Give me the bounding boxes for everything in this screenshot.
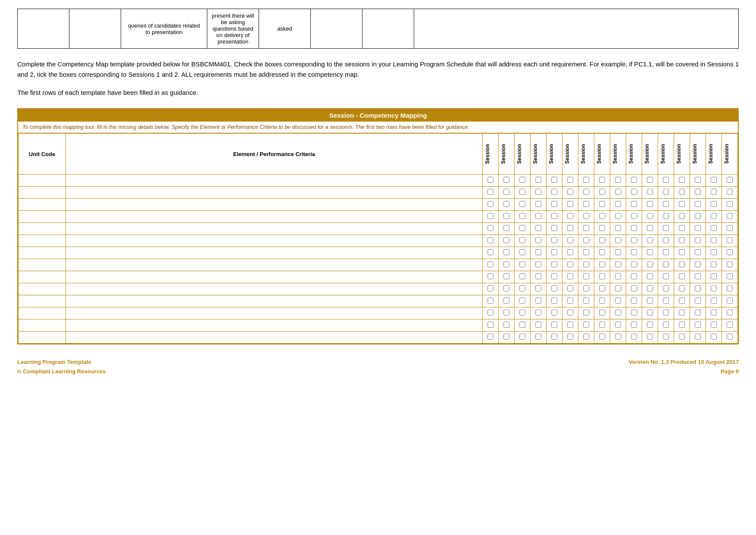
session-checkbox[interactable]: [567, 310, 573, 316]
session-checkbox[interactable]: [631, 322, 637, 328]
session-checkbox[interactable]: [711, 189, 717, 195]
check-cell[interactable]: [690, 199, 706, 211]
check-cell[interactable]: [547, 319, 562, 332]
session-checkbox[interactable]: [727, 273, 733, 279]
session-checkbox[interactable]: [551, 189, 557, 195]
session-checkbox[interactable]: [711, 261, 717, 267]
session-checkbox[interactable]: [567, 201, 573, 207]
session-checkbox[interactable]: [631, 213, 637, 219]
check-cell[interactable]: [483, 211, 499, 223]
check-cell[interactable]: [578, 271, 594, 283]
check-cell[interactable]: [642, 271, 658, 283]
check-cell[interactable]: [499, 332, 515, 344]
session-checkbox[interactable]: [583, 297, 589, 303]
session-checkbox[interactable]: [695, 310, 701, 316]
session-checkbox[interactable]: [711, 334, 717, 340]
session-checkbox[interactable]: [487, 177, 494, 183]
session-checkbox[interactable]: [487, 285, 494, 291]
check-cell[interactable]: [690, 187, 706, 199]
check-cell[interactable]: [706, 259, 722, 271]
check-cell[interactable]: [562, 271, 578, 283]
check-cell[interactable]: [547, 295, 562, 307]
check-cell[interactable]: [483, 271, 499, 283]
check-cell[interactable]: [610, 235, 626, 247]
check-cell[interactable]: [690, 211, 706, 223]
check-cell[interactable]: [483, 235, 499, 247]
session-checkbox[interactable]: [711, 225, 717, 231]
check-cell[interactable]: [722, 235, 738, 247]
check-cell[interactable]: [578, 307, 594, 319]
session-checkbox[interactable]: [567, 297, 573, 303]
session-checkbox[interactable]: [567, 225, 573, 231]
session-checkbox[interactable]: [599, 201, 605, 207]
check-cell[interactable]: [722, 211, 738, 223]
session-checkbox[interactable]: [551, 237, 557, 243]
session-checkbox[interactable]: [679, 249, 685, 255]
check-cell[interactable]: [594, 307, 610, 319]
check-cell[interactable]: [515, 223, 531, 235]
check-cell[interactable]: [706, 235, 722, 247]
session-checkbox[interactable]: [551, 261, 557, 267]
check-cell[interactable]: [499, 211, 515, 223]
session-checkbox[interactable]: [711, 310, 717, 316]
check-cell[interactable]: [562, 211, 578, 223]
session-checkbox[interactable]: [647, 177, 653, 183]
session-checkbox[interactable]: [679, 322, 685, 328]
session-checkbox[interactable]: [647, 273, 653, 279]
session-checkbox[interactable]: [599, 273, 605, 279]
check-cell[interactable]: [531, 223, 547, 235]
check-cell[interactable]: [531, 235, 547, 247]
check-cell[interactable]: [706, 295, 722, 307]
check-cell[interactable]: [531, 247, 547, 259]
check-cell[interactable]: [690, 247, 706, 259]
check-cell[interactable]: [626, 223, 642, 235]
session-checkbox[interactable]: [583, 273, 589, 279]
session-checkbox[interactable]: [631, 189, 637, 195]
session-checkbox[interactable]: [503, 201, 509, 207]
check-cell[interactable]: [674, 187, 690, 199]
check-cell[interactable]: [499, 283, 515, 295]
check-cell[interactable]: [658, 295, 674, 307]
check-cell[interactable]: [578, 235, 594, 247]
session-checkbox[interactable]: [679, 225, 685, 231]
check-cell[interactable]: [626, 307, 642, 319]
check-cell[interactable]: [642, 319, 658, 332]
check-cell[interactable]: [578, 295, 594, 307]
session-checkbox[interactable]: [599, 213, 605, 219]
session-checkbox[interactable]: [503, 297, 509, 303]
session-checkbox[interactable]: [583, 249, 589, 255]
session-checkbox[interactable]: [647, 261, 653, 267]
session-checkbox[interactable]: [631, 237, 637, 243]
session-checkbox[interactable]: [615, 261, 621, 267]
check-cell[interactable]: [562, 307, 578, 319]
session-checkbox[interactable]: [711, 177, 717, 183]
session-checkbox[interactable]: [583, 237, 589, 243]
session-checkbox[interactable]: [535, 273, 541, 279]
check-cell[interactable]: [706, 271, 722, 283]
session-checkbox[interactable]: [695, 201, 701, 207]
check-cell[interactable]: [690, 235, 706, 247]
session-checkbox[interactable]: [503, 310, 509, 316]
session-checkbox[interactable]: [631, 273, 637, 279]
session-checkbox[interactable]: [583, 189, 589, 195]
session-checkbox[interactable]: [519, 322, 525, 328]
session-checkbox[interactable]: [599, 285, 605, 291]
check-cell[interactable]: [642, 247, 658, 259]
check-cell[interactable]: [690, 295, 706, 307]
session-checkbox[interactable]: [535, 322, 541, 328]
session-checkbox[interactable]: [503, 249, 509, 255]
session-checkbox[interactable]: [663, 237, 669, 243]
check-cell[interactable]: [722, 295, 738, 307]
check-cell[interactable]: [499, 295, 515, 307]
session-checkbox[interactable]: [551, 213, 557, 219]
check-cell[interactable]: [594, 235, 610, 247]
session-checkbox[interactable]: [679, 201, 685, 207]
check-cell[interactable]: [483, 307, 499, 319]
check-cell[interactable]: [642, 295, 658, 307]
check-cell[interactable]: [562, 259, 578, 271]
session-checkbox[interactable]: [727, 249, 733, 255]
session-checkbox[interactable]: [503, 261, 509, 267]
check-cell[interactable]: [483, 199, 499, 211]
session-checkbox[interactable]: [519, 273, 525, 279]
session-checkbox[interactable]: [583, 310, 589, 316]
